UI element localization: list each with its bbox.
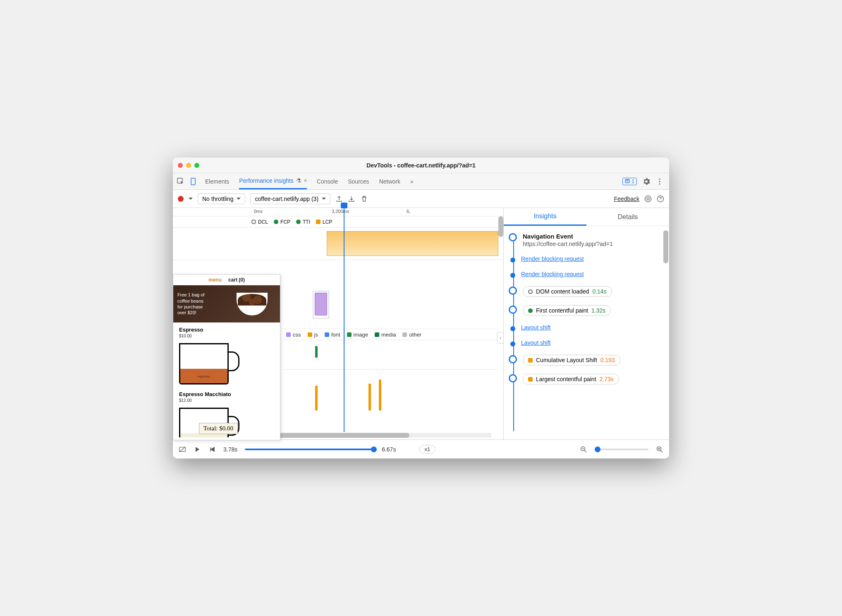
settings-gear-icon[interactable] (643, 178, 650, 185)
record-dropdown[interactable] (189, 198, 193, 200)
titlebar: DevTools - coffee-cart.netlify.app/?ad=1 (173, 158, 669, 173)
export-icon[interactable] (335, 195, 343, 203)
node-circle-icon (509, 355, 517, 363)
legend-font: font (325, 332, 340, 338)
insights-list: Navigation Event https://coffee-cart.net… (504, 226, 669, 439)
screenshot-preview[interactable]: menu cart (0) Free 1 bag of coffee beans… (173, 274, 280, 440)
feedback-link[interactable]: Feedback (614, 196, 639, 202)
timeline-panel: 0ms 3,200ms 6, DCL FCP TTI LCP menu cart (173, 208, 504, 439)
insight-fcp[interactable]: First contentful paint 1.32s (509, 305, 665, 316)
collapse-panel-button[interactable]: › (497, 332, 504, 344)
insight-cls[interactable]: Cumulative Layout Shift 0.193 (509, 355, 665, 365)
zoom-out-icon[interactable] (580, 446, 587, 453)
green-dot-icon (296, 220, 301, 224)
tab-network[interactable]: Network (379, 173, 400, 189)
import-icon[interactable] (348, 195, 355, 203)
total-label: Total: $0.00 (199, 423, 238, 434)
panel-settings-icon[interactable] (644, 195, 652, 203)
flask-icon: ⚗ (296, 177, 301, 184)
tab-console[interactable]: Console (317, 173, 338, 189)
cup-graphic (234, 289, 276, 318)
green-dot-icon (274, 220, 278, 224)
tabs-overflow[interactable]: » (410, 173, 414, 189)
preview-banner: Free 1 bag of coffee beans for purchase … (173, 285, 280, 322)
ruler-tick: 3,200ms (332, 209, 349, 214)
time-ruler[interactable]: 0ms 3,200ms 6, (173, 208, 503, 216)
tab-elements[interactable]: Elements (205, 173, 229, 189)
insight-navigation[interactable]: Navigation Event https://coffee-cart.net… (509, 233, 665, 247)
session-select[interactable]: coffee-cart.netlify.app (3) (250, 193, 330, 204)
devtools-window: DevTools - coffee-cart.netlify.app/?ad=1… (173, 158, 669, 458)
caret-icon (237, 198, 241, 200)
resource-legend: css js font image media other (284, 329, 498, 340)
node-dot-icon (510, 258, 515, 263)
marker-lcp: LCP (316, 219, 332, 225)
legend-image: image (347, 332, 368, 338)
network-waterfall[interactable] (284, 340, 498, 432)
zoom-in-icon[interactable] (656, 446, 663, 453)
timeline-line (513, 238, 514, 431)
node-circle-icon (509, 374, 517, 382)
record-button[interactable] (178, 196, 184, 202)
ruler-tick: 0ms (254, 209, 263, 214)
node-dot-icon (510, 273, 515, 278)
help-icon[interactable] (657, 195, 664, 203)
node-dot-icon (510, 341, 515, 346)
current-time: 3.78s (223, 446, 237, 453)
zoom-level[interactable]: x1 (419, 445, 435, 454)
caret-icon (322, 198, 326, 200)
insights-panel: Insights Details Navigation Event https:… (504, 208, 669, 439)
preview-product: Espresso $10.00 (173, 322, 280, 341)
marker-dcl: DCL (251, 219, 268, 225)
hollow-dot-icon (251, 220, 256, 224)
legend-other: other (402, 332, 421, 338)
svg-point-5 (659, 183, 660, 184)
long-task-block[interactable] (327, 231, 498, 256)
device-toolbar-icon[interactable] (189, 178, 197, 185)
tab-details[interactable]: Details (586, 208, 669, 226)
insight-render-blocking[interactable]: Render blocking request (509, 271, 665, 278)
disable-screenshot-icon[interactable] (179, 446, 186, 453)
tab-insights[interactable]: Insights (504, 208, 586, 226)
mug-graphic: milk foam Total: $0.00 (179, 408, 241, 437)
mug-graphic: espresso (179, 343, 241, 384)
issues-count: 1 (632, 179, 634, 184)
zoom-slider[interactable] (595, 449, 648, 450)
svg-rect-1 (191, 178, 195, 185)
close-tab-icon[interactable]: × (304, 178, 307, 184)
tab-sources[interactable]: Sources (348, 173, 369, 189)
time-slider[interactable] (245, 449, 374, 450)
inspect-element-icon[interactable] (177, 178, 184, 185)
playhead[interactable] (344, 208, 344, 432)
orange-square-icon (528, 358, 533, 363)
insight-layout-shift[interactable]: Layout shift (509, 339, 665, 346)
delete-icon[interactable] (360, 195, 368, 203)
insight-render-blocking[interactable]: Render blocking request (509, 255, 665, 263)
svg-point-4 (659, 181, 660, 182)
green-dot-icon (528, 308, 533, 313)
skip-back-icon[interactable] (208, 446, 216, 453)
insight-dcl[interactable]: DOM content loaded 0.14s (509, 286, 665, 297)
node-circle-icon (509, 233, 517, 241)
timing-markers: DCL FCP TTI LCP (173, 216, 503, 228)
node-circle-icon (509, 306, 517, 314)
insight-lcp[interactable]: Largest contentful paint 2.73s (509, 374, 665, 384)
node-dot-icon (510, 326, 515, 331)
insights-tabs: Insights Details (504, 208, 669, 226)
orange-square-icon (316, 220, 321, 224)
main-body: 0ms 3,200ms 6, DCL FCP TTI LCP menu cart (173, 208, 669, 439)
legend-media: media (375, 332, 396, 338)
devtools-tabbar: Elements Performance insights ⚗ × Consol… (173, 173, 669, 190)
filmstrip-thumbnail[interactable] (313, 291, 329, 319)
end-time: 6.67s (382, 446, 396, 453)
preview-nav: menu cart (0) (173, 275, 280, 285)
play-icon[interactable] (194, 446, 201, 453)
svg-point-6 (647, 198, 649, 200)
kebab-menu-icon[interactable] (656, 178, 663, 185)
throttle-select[interactable]: No throttling (198, 193, 245, 204)
insight-layout-shift[interactable]: Layout shift (509, 324, 665, 331)
issues-badge[interactable]: 1 (622, 178, 637, 185)
window-title: DevTools - coffee-cart.netlify.app/?ad=1 (173, 162, 669, 169)
tab-performance-insights[interactable]: Performance insights ⚗ × (239, 173, 307, 189)
toolbar: No throttling coffee-cart.netlify.app (3… (173, 190, 669, 208)
